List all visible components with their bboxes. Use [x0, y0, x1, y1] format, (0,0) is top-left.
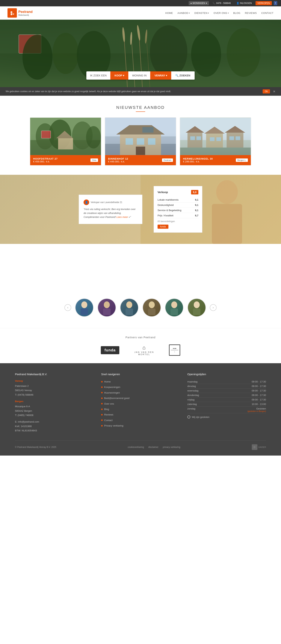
team-member-5[interactable] — [165, 298, 184, 317]
woningen-dropdown[interactable]: ● WONINGEN ▾ — [189, 1, 209, 5]
property-card-1[interactable]: HOOFDSTRAAT 27 € 459.000,- k.k. Ontu — [30, 118, 101, 166]
svg-rect-55 — [236, 136, 240, 140]
nav-over-ons[interactable]: OVER ONS ▾ — [214, 12, 229, 14]
logo[interactable]: M Peelrand Makelaardij — [8, 8, 32, 18]
verkopen-label: VERKOPEN — [258, 2, 270, 4]
search-submit-button[interactable]: 🔍 ZOEKEN — [171, 71, 194, 80]
svg-rect-52 — [210, 137, 214, 141]
footer-link-contact[interactable]: Contact — [104, 418, 112, 422]
nav-dot-1 — [101, 381, 103, 382]
facebook-button[interactable]: f — [274, 1, 277, 5]
property-image-3 — [180, 118, 251, 155]
search-type-button[interactable]: KOOP ▾ — [110, 71, 128, 80]
footer-nav-reviews[interactable]: Reviews — [101, 412, 180, 417]
cookie-text: We gebruiken cookies om er zeker van te … — [6, 90, 171, 93]
score-value-3: 9,1 — [195, 209, 198, 212]
svg-rect-51 — [196, 136, 201, 140]
nav-diensten[interactable]: DIENSTEN ▾ — [194, 12, 209, 14]
footer-link-reviews[interactable]: Reviews — [104, 412, 113, 417]
phone-number: 0478 - 568846 — [216, 2, 230, 4]
hours-vrijdag: vrijdag 09:00 - 17:30 — [187, 398, 266, 402]
cookie-close-button[interactable]: ✕ — [273, 90, 276, 93]
main-nav: HOME AANBOD ▾ DIENSTEN ▾ OVER ONS ▾ BLOG… — [165, 12, 274, 14]
day-zaterdag: zaterdag — [187, 403, 197, 406]
review-quote-text: Huis via ruiling verkocht. Ben erg tevre… — [84, 208, 136, 218]
nav-dot-2 — [101, 386, 103, 388]
over-ons-caret: ▾ — [228, 12, 229, 14]
nav-aanbod[interactable]: AANBOD ▾ — [178, 12, 190, 14]
footer-bergen-phone: T: (0485) 748008 — [15, 413, 94, 417]
carousel-prev-button[interactable]: ‹ — [64, 304, 71, 311]
footer-nav-bedrijf[interactable]: Bedrijfsonroerend goed — [101, 396, 180, 400]
svg-text:🍴: 🍴 — [174, 351, 176, 353]
svg-point-26 — [72, 122, 92, 149]
nieuwste-aanbod-section: NIEUWSTE AANBOD — [0, 96, 281, 175]
carousel-next-button[interactable]: › — [210, 304, 216, 311]
svg-point-62 — [104, 302, 110, 308]
svg-rect-61 — [80, 308, 88, 315]
funda-button[interactable]: funda — [158, 224, 168, 229]
diensten-caret: ▾ — [208, 12, 209, 14]
svg-point-58 — [216, 180, 238, 204]
svg-point-66 — [149, 302, 155, 308]
search-prefix: IK ZOEK EEN — [86, 71, 110, 80]
footer-link-koop[interactable]: Koopwoningen — [104, 385, 120, 389]
footer-nav-over[interactable]: Over ons — [101, 402, 180, 406]
footer-link-blog[interactable]: Blog — [104, 407, 109, 411]
search-location-button[interactable]: VENRAY ▾ — [150, 71, 171, 80]
footer-link-home[interactable]: Home — [104, 380, 111, 384]
footer-nav-home[interactable]: Home — [101, 380, 180, 384]
header: M Peelrand Makelaardij HOME AANBOD ▾ DIE… — [0, 6, 281, 20]
nav-blog[interactable]: BLOG — [233, 12, 240, 14]
footer-venray-address1: Paterslaan 2 — [15, 384, 94, 388]
team-member-3[interactable] — [120, 298, 139, 317]
nav-home[interactable]: HOME — [165, 12, 173, 14]
svg-rect-33 — [105, 144, 176, 155]
property-card-2[interactable]: BINNENHOF 12 € 449.000,- k.k. Oostrum — [105, 118, 176, 166]
facebook-icon: f — [275, 2, 276, 4]
zondag-status: Gesloten — [256, 407, 266, 410]
funda-partner[interactable]: funda — [101, 346, 119, 354]
footer-nav-contact[interactable]: Contact — [101, 418, 180, 422]
reviews-section: 👤 Verkoper van Lavendelheide 21 "Huis vi… — [0, 175, 281, 244]
footer-cookie-link[interactable]: cookieverklaring — [128, 446, 144, 448]
hours-dinsdag: dinsdag 09:00 - 17:30 — [187, 384, 266, 388]
inloggen-button[interactable]: 👤 INLOGGEN — [234, 1, 254, 5]
nav-aanbod-label: AANBOD — [178, 12, 188, 14]
property-card-3[interactable]: HERMELIJNSINGEL 30 € 299.000,- k.k. Berg… — [180, 118, 251, 166]
phone-icon: 📞 — [212, 2, 216, 4]
cookie-ok-button[interactable]: Ok — [263, 89, 270, 94]
team-section: ‹ — [0, 281, 281, 328]
funda-logo: funda — [101, 346, 119, 354]
footer-link-bedrijf[interactable]: Bedrijfsonroerend goed — [104, 396, 130, 400]
score-row-4: Prijs / Kwaliteit 8,7 — [158, 213, 198, 218]
mortel-partner[interactable]: ⌂ JAN VAN DENMORTEL — [134, 345, 154, 356]
kaiser-icon: ⚙ — [252, 444, 258, 450]
footer-link-privacy[interactable]: Privacy verklaring — [104, 424, 124, 428]
svg-rect-71 — [193, 308, 200, 315]
nav-contact[interactable]: CONTACT — [261, 12, 274, 14]
svg-point-68 — [171, 302, 177, 308]
footer-privacy-link[interactable]: privacy verklaring — [163, 446, 180, 448]
team-member-6[interactable] — [187, 298, 206, 317]
review-scores-footer: 83 beoordelingen funda — [158, 220, 198, 229]
svg-point-25 — [49, 120, 71, 149]
footer-nav-koop[interactable]: Koopwoningen — [101, 385, 180, 389]
nav-reviews[interactable]: REVIEWS — [245, 12, 257, 14]
team-member-4[interactable] — [142, 298, 161, 317]
hours-zondag: zondag Gesloten (gesloten in Bergen) — [187, 406, 266, 413]
phone-item[interactable]: 📞 0478 - 568846 — [211, 1, 232, 5]
nvm-partner[interactable]: NVM 🍴 — [169, 344, 180, 356]
footer-nav-huur[interactable]: Huurwoningen — [101, 390, 180, 395]
footer-disclaimer-link[interactable]: disclaimer — [148, 446, 158, 448]
review-read-more[interactable]: Lees meer — [116, 216, 128, 218]
team-member-2[interactable] — [98, 298, 116, 317]
verkopen-button[interactable]: VERKOPEN — [256, 1, 272, 5]
svg-rect-35 — [120, 134, 161, 155]
footer-link-over[interactable]: Over ons — [104, 402, 114, 406]
footer-nav-blog[interactable]: Blog — [101, 407, 180, 411]
footer-nav-privacy[interactable]: Privacy verklaring — [101, 424, 180, 428]
team-avatar-4 — [142, 298, 161, 317]
team-member-1[interactable] — [75, 298, 94, 317]
footer-link-huur[interactable]: Huurwoningen — [104, 390, 120, 395]
